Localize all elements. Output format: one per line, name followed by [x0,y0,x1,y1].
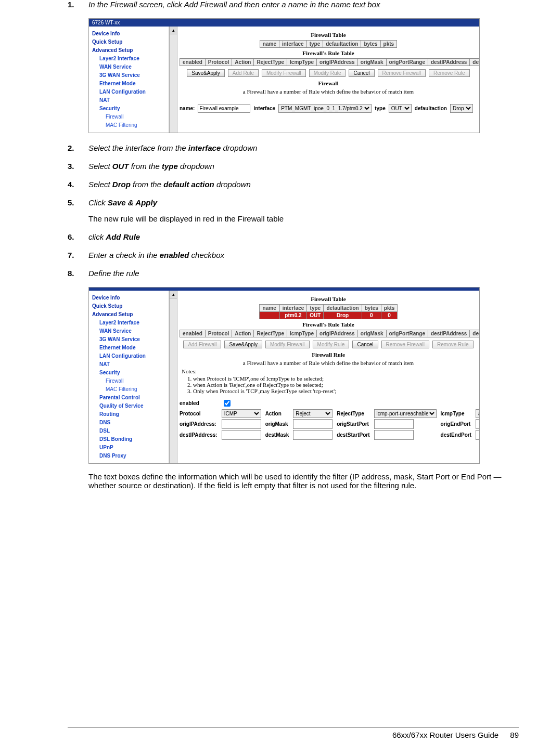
footer-title: 66xx/67xx Router Users Guide [392,731,498,739]
step-number: 5. [68,198,88,207]
firewall-table: nameinterfacetypedefaultactionbytespkts … [259,304,398,319]
origmask-input[interactable] [293,419,332,429]
defaultaction-select[interactable]: Drop [450,104,473,113]
cancel-button[interactable]: Cancel [349,69,374,77]
sidebar-item[interactable]: LAN Configuration [91,88,167,96]
sidebar-item[interactable]: DSL [91,427,167,435]
rejecttype-select[interactable]: icmp-port-unreachable [374,409,437,418]
step-text: Click Save & Apply [88,198,519,207]
remove-firewall-button[interactable]: Remove Firewall [378,69,426,77]
step-text: Select Drop from the default action drop… [88,180,519,189]
sidebar-item[interactable]: Security [91,369,167,377]
sidebar-item[interactable]: NAT [91,360,167,369]
defaultaction-label: defaultaction [415,106,447,111]
sidebar-item[interactable]: Ethernet Mode [91,344,167,352]
save-apply-button[interactable]: Save&Apply [187,69,224,77]
destmask-input[interactable] [293,430,332,440]
sidebar-item[interactable]: Routing [91,410,167,419]
name-input[interactable] [198,104,250,113]
sidebar-item[interactable]: Firewall [91,113,167,121]
add-firewall-button[interactable]: Add Firewall [183,341,221,348]
firewall-subtext: a Firewall have a number of Rule which d… [180,360,477,366]
step-number: 3. [68,162,88,171]
sidebar-scrollbar[interactable]: ▴ [169,291,177,463]
firewall-table-title: Firewall Table [180,296,477,302]
protocol-select[interactable]: ICMP [222,409,261,418]
sidebar-item[interactable]: Layer2 Interface [91,55,167,63]
step-text: Select the interface from the interface … [88,144,519,152]
origstartport-input[interactable] [374,419,414,429]
sidebar-item[interactable]: DSL Bonding [91,435,167,444]
sidebar-item[interactable]: Layer2 Interface [91,319,167,327]
sidebar-item[interactable]: Advanced Setup [91,46,167,55]
nav-sidebar: Device InfoQuick SetupAdvanced SetupLaye… [89,291,169,463]
sidebar-item[interactable]: DNS [91,419,167,427]
destip-label: destIPAddress: [180,432,218,438]
sidebar-item[interactable]: WAN Service [91,63,167,71]
modify-firewall-button[interactable]: Modify Firewall [262,69,306,77]
step-text: In the Firewall screen, click Add Firewa… [88,0,519,9]
destip-input[interactable] [222,430,261,440]
cancel-button[interactable]: Cancel [352,341,378,348]
step-text: Enter a check in the enabled checkbox [88,251,519,259]
sidebar-item[interactable]: WAN Service [91,327,167,335]
origstartport-label: origStartPort [337,421,369,427]
step5-result: The new rule will be displayed in red in… [88,214,519,223]
firewall-rule-heading: Firewall Rule [180,351,477,358]
embedded-screenshot-2: Device InfoQuick SetupAdvanced SetupLaye… [88,287,480,464]
deststartport-label: destStartPort [337,432,369,438]
sidebar-item[interactable]: DNS Proxy [91,452,167,460]
type-select[interactable]: OUT [389,104,412,113]
step-number: 8. [68,269,88,278]
sidebar-item[interactable]: Device Info [91,294,167,302]
scroll-up-icon[interactable]: ▴ [170,291,177,298]
sidebar-item[interactable]: Device Info [91,30,167,38]
sidebar-item[interactable]: Quality of Service [91,402,167,410]
footer-page-number: 89 [510,731,519,739]
sidebar-scrollbar[interactable]: ▴ [169,27,177,133]
firewall-table: nameinterfacetypedefaultactionbytespkts [260,40,397,48]
deststartport-input[interactable] [374,430,414,440]
remove-rule-button[interactable]: Remove Rule [429,69,470,77]
origendport-label: origEndPort [441,421,471,427]
sidebar-item[interactable]: LAN Configuration [91,352,167,360]
modify-rule-button[interactable]: Modify Rule [309,69,346,77]
modify-firewall-button[interactable]: Modify Firewall [265,341,310,348]
destendport-input[interactable] [476,430,479,440]
step-number: 2. [68,144,88,152]
modify-rule-button[interactable]: Modify Rule [313,341,350,348]
action-select[interactable]: Reject [293,409,332,418]
icmptype-label: IcmpType [441,411,471,416]
origmask-label: origMask [265,421,289,427]
step-text: Select OUT from the type dropdown [88,162,519,171]
sidebar-item[interactable]: Quick Setup [91,302,167,310]
enabled-checkbox[interactable] [224,400,231,407]
page-footer: 66xx/67xx Router Users Guide 89 [68,727,519,739]
sidebar-item[interactable]: UPnP [91,444,167,452]
remove-rule-button[interactable]: Remove Rule [432,341,474,348]
add-rule-button[interactable]: Add Rule [228,69,259,77]
sidebar-item[interactable]: Quick Setup [91,38,167,46]
scroll-up-icon[interactable]: ▴ [170,27,177,34]
sidebar-item[interactable]: 3G WAN Service [91,71,167,80]
action-label: Action [265,411,289,416]
origendport-input[interactable] [476,419,479,429]
sidebar-item[interactable]: Parental Control [91,394,167,402]
sidebar-item[interactable]: Ethernet Mode [91,80,167,88]
icmptype-select[interactable]: any [476,409,479,418]
step-text: click Add Rule [88,232,519,241]
interface-select[interactable]: PTM_MGMT_ipoe_0_1_1.7/ptm0.2 [278,104,372,113]
sidebar-item[interactable]: MAC Filtering [91,385,167,394]
sidebar-item[interactable]: MAC Filtering [91,121,167,129]
remove-firewall-button[interactable]: Remove Firewall [381,341,429,348]
destmask-label: destMask [265,432,289,438]
save-apply-button[interactable]: Save&Apply [224,341,262,348]
type-label: type [375,106,386,111]
sidebar-item[interactable]: Firewall [91,377,167,385]
sidebar-item[interactable]: NAT [91,96,167,105]
sidebar-item[interactable]: 3G WAN Service [91,335,167,344]
sidebar-item[interactable]: Advanced Setup [91,310,167,319]
sidebar-item[interactable]: Security [91,105,167,113]
origip-input[interactable] [222,419,261,429]
firewall-heading: Firewall [180,80,477,86]
